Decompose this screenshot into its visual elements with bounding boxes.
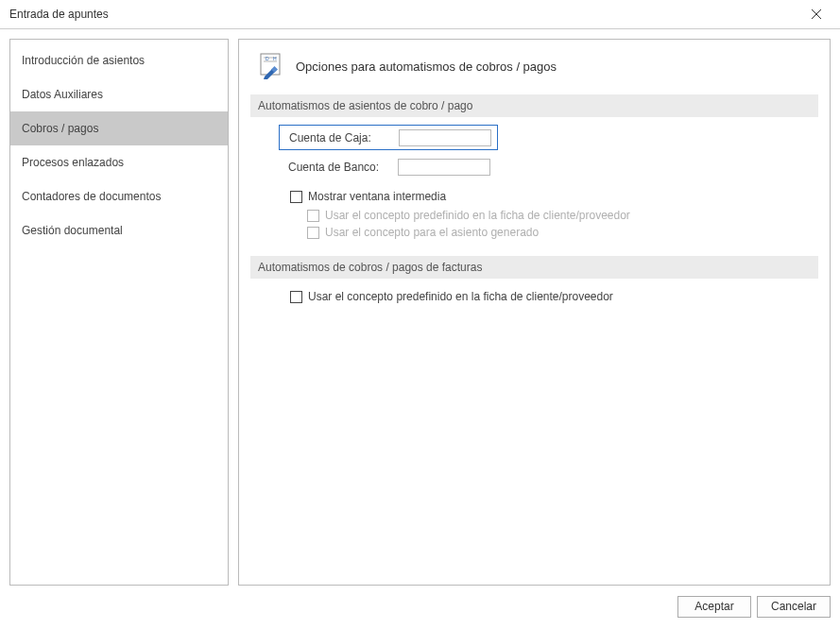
- close-button[interactable]: [800, 2, 832, 26]
- checkbox-icon: [290, 191, 302, 203]
- panel-title: Opciones para automatismos de cobros / p…: [296, 60, 557, 74]
- checkbox-concepto-ficha-1: Usar el concepto predefinido en la ficha…: [307, 209, 818, 222]
- accept-button[interactable]: Aceptar: [677, 596, 751, 618]
- checkbox-label: Usar el concepto para el asiento generad…: [325, 226, 539, 239]
- checkbox-concepto-ficha-2[interactable]: Usar el concepto predefinido en la ficha…: [290, 290, 818, 303]
- checkbox-icon: [290, 291, 302, 303]
- dialog-window: Entrada de apuntes Introducción de asien…: [0, 0, 840, 629]
- checkbox-mostrar-ventana[interactable]: Mostrar ventana intermedia: [290, 190, 818, 203]
- sidebar-item-contadores-documentos[interactable]: Contadores de documentos: [10, 179, 228, 213]
- sidebar-item-label: Introducción de asientos: [22, 54, 145, 67]
- section-header-facturas: Automatismos de cobros / pagos de factur…: [250, 256, 818, 279]
- svg-text:H: H: [273, 56, 277, 61]
- titlebar: Entrada de apuntes: [0, 0, 840, 28]
- checkbox-concepto-asiento: Usar el concepto para el asiento generad…: [307, 226, 818, 239]
- svg-text:D: D: [266, 56, 269, 61]
- label-cuenta-banco: Cuenta de Banco:: [288, 161, 398, 174]
- sidebar-item-label: Procesos enlazados: [22, 156, 124, 169]
- content-area: Introducción de asientosDatos Auxiliares…: [0, 29, 840, 591]
- checkbox-label: Mostrar ventana intermedia: [308, 190, 446, 203]
- section-header-asientos: Automatismos de asientos de cobro / pago: [250, 94, 818, 117]
- sidebar-item-gestion-documental[interactable]: Gestión documental: [10, 213, 228, 247]
- panel-header: D H Opciones para automatismos de cobros…: [250, 53, 818, 94]
- sidebar-item-cobros-pagos[interactable]: Cobros / pagos: [10, 111, 228, 145]
- input-cuenta-banco[interactable]: [398, 159, 490, 176]
- cancel-button[interactable]: Cancelar: [757, 596, 831, 618]
- sidebar: Introducción de asientosDatos Auxiliares…: [9, 39, 229, 586]
- sidebar-item-label: Datos Auxiliares: [22, 88, 103, 101]
- checkbox-label: Usar el concepto predefinido en la ficha…: [308, 290, 613, 303]
- sidebar-item-datos-auxiliares[interactable]: Datos Auxiliares: [10, 77, 228, 111]
- input-cuenta-caja[interactable]: [399, 129, 491, 146]
- sidebar-item-procesos-enlazados[interactable]: Procesos enlazados: [10, 145, 228, 179]
- close-icon: [812, 9, 821, 19]
- sidebar-item-label: Cobros / pagos: [22, 122, 98, 135]
- field-cuenta-banco: Cuenta de Banco:: [279, 156, 496, 178]
- main-panel: D H Opciones para automatismos de cobros…: [238, 39, 831, 586]
- sidebar-item-label: Gestión documental: [22, 224, 123, 237]
- footer: Aceptar Cancelar: [0, 591, 840, 629]
- sidebar-item-introduccion-asientos[interactable]: Introducción de asientos: [10, 43, 228, 77]
- field-cuenta-caja-highlight: Cuenta de Caja:: [279, 125, 498, 150]
- checkbox-label: Usar el concepto predefinido en la ficha…: [325, 209, 630, 222]
- spacer: [250, 241, 818, 256]
- window-title: Entrada de apuntes: [9, 8, 800, 21]
- options-notes-icon: D H: [258, 53, 284, 79]
- checkbox-icon: [307, 210, 319, 222]
- checkbox-icon: [307, 227, 319, 239]
- sidebar-item-label: Contadores de documentos: [22, 190, 161, 203]
- label-cuenta-caja: Cuenta de Caja:: [289, 131, 399, 144]
